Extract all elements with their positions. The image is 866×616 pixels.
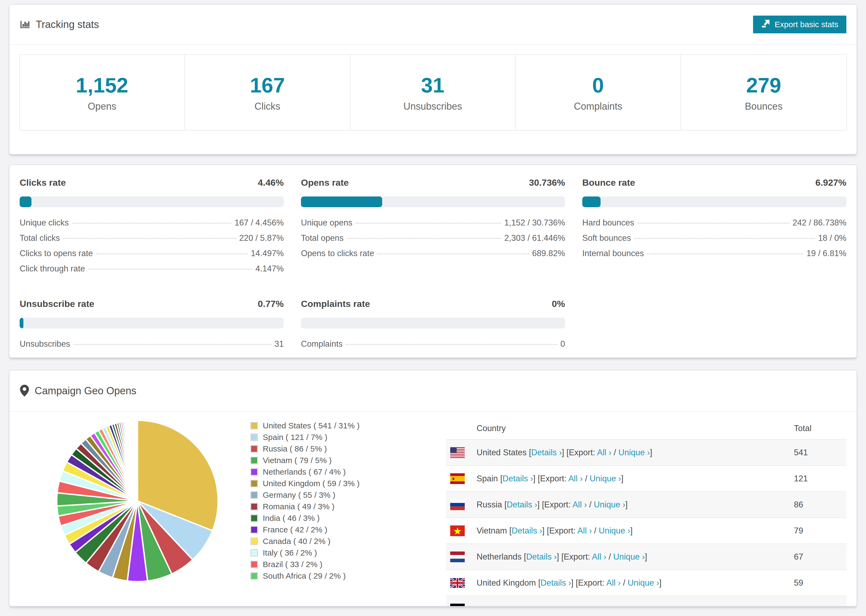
export-unique-link[interactable]: Unique › — [628, 578, 659, 588]
stat-row: Complaints 0 — [301, 339, 565, 355]
details-link[interactable]: Details › — [531, 448, 562, 457]
country-flag-us — [450, 447, 465, 458]
export-basic-stats-button[interactable]: Export basic stats — [753, 16, 846, 33]
details-link[interactable]: Details › — [526, 552, 557, 561]
export-unique-link[interactable]: Unique › — [599, 526, 630, 535]
export-unique-link[interactable]: Unique › — [589, 474, 621, 483]
row-label: Total clicks — [20, 233, 60, 243]
row-total: 67 — [794, 552, 847, 562]
geo-legend: United States ( 541 / 31% ) Spain ( 121 … — [250, 418, 390, 607]
legend-item: Canada ( 40 / 2% ) — [250, 535, 390, 547]
details-link[interactable]: Details › — [503, 474, 533, 483]
progress-bar — [20, 196, 284, 207]
rate-value: 0.77% — [258, 299, 284, 309]
geo-opens-header: Campaign Geo Opens — [9, 370, 857, 412]
legend-item: United States ( 541 / 31% ) — [250, 420, 390, 431]
export-all-link[interactable]: All › — [578, 526, 592, 535]
row-value: 220 / 5.87% — [239, 233, 284, 243]
legend-item: Russia ( 86 / 5% ) — [250, 443, 390, 454]
legend-swatch — [250, 480, 258, 487]
stat-row: Total clicks 220 / 5.87% — [20, 233, 284, 248]
table-row-partial — [446, 596, 847, 607]
page-title: Tracking stats — [20, 19, 99, 30]
export-unique-link[interactable]: Unique › — [613, 552, 645, 561]
map-pin-icon — [20, 385, 29, 397]
tracking-stats-header: Tracking stats Export basic stats — [9, 5, 857, 45]
row-label: Opens to clicks rate — [301, 248, 374, 258]
legend-swatch — [250, 572, 258, 580]
progress-bar — [301, 318, 565, 328]
stat-row: Unique opens 1,152 / 30.736% — [301, 218, 565, 233]
rate-value: 6.927% — [816, 178, 846, 188]
legend-label: United Kingdom ( 59 / 3% ) — [263, 479, 360, 488]
geo-opens-card: Campaign Geo Opens United States ( 541 /… — [9, 370, 857, 607]
stat-label: Unsubscribes — [403, 101, 462, 112]
row-value: 14.497% — [251, 248, 284, 258]
row-value: 31 — [275, 339, 284, 349]
legend-label: Brazil ( 33 / 2% ) — [263, 560, 323, 569]
progress-fill — [301, 196, 382, 207]
legend-swatch — [250, 468, 258, 476]
progress-bar — [301, 196, 565, 207]
legend-label: France ( 42 / 2% ) — [263, 525, 327, 534]
legend-label: India ( 46 / 3% ) — [263, 514, 320, 523]
summary-stat-cell: 279 Bounces — [681, 55, 846, 130]
geo-title: Campaign Geo Opens — [20, 385, 136, 397]
export-all-link[interactable]: All › — [568, 474, 583, 483]
details-link[interactable]: Details › — [540, 578, 571, 588]
progress-bar — [20, 318, 284, 328]
legend-swatch — [250, 491, 258, 499]
stat-row: Internal bounces 19 / 6.81% — [582, 248, 846, 264]
page-title-text: Tracking stats — [36, 19, 99, 30]
legend-swatch — [250, 561, 258, 568]
rate-card: Clicks rate 4.46% Unique clicks 167 / 4.… — [20, 178, 284, 279]
row-label: Unique opens — [301, 218, 352, 228]
dotted-leader — [638, 223, 789, 224]
rate-value: 0% — [552, 299, 565, 309]
row-label: Total opens — [301, 233, 344, 243]
export-all-link[interactable]: All › — [597, 448, 611, 457]
legend-swatch — [250, 445, 258, 453]
row-label: Unique clicks — [20, 218, 69, 228]
country-flag-nl — [450, 552, 465, 562]
legend-label: Canada ( 40 / 2% ) — [263, 537, 331, 546]
row-value: 4.147% — [255, 264, 284, 273]
stat-row: Click through rate 4.147% — [20, 264, 284, 279]
table-row: United Kingdom [Details ›] [Export: All … — [446, 569, 847, 596]
legend-swatch — [250, 422, 258, 429]
dotted-leader — [73, 344, 271, 345]
bar-chart-icon — [20, 19, 30, 30]
row-label: Soft bounces — [582, 233, 631, 243]
details-link[interactable]: Details › — [512, 526, 542, 535]
export-unique-link[interactable]: Unique › — [594, 500, 625, 509]
progress-fill — [20, 318, 24, 328]
details-link[interactable]: Details › — [507, 500, 537, 509]
stat-value: 0 — [592, 73, 604, 97]
country-flag-vn — [450, 525, 465, 536]
dotted-leader — [377, 253, 529, 254]
row-label: Hard bounces — [582, 218, 634, 228]
country-name: Netherlands — [477, 552, 524, 561]
rate-card: Complaints rate 0% Complaints 0 — [301, 299, 565, 355]
stat-label: Opens — [88, 101, 116, 112]
legend-swatch — [250, 537, 258, 545]
legend-label: Italy ( 36 / 2% ) — [263, 548, 317, 558]
legend-label: Netherlands ( 67 / 4% ) — [263, 467, 346, 476]
rates-card: Clicks rate 4.46% Unique clicks 167 / 4.… — [9, 165, 857, 358]
legend-item: Spain ( 121 / 7% ) — [250, 431, 390, 443]
country-flag-gb — [450, 578, 465, 588]
stat-label: Complaints — [574, 101, 622, 112]
export-unique-link[interactable]: Unique › — [618, 448, 650, 457]
country-name: Russia — [477, 500, 504, 509]
export-all-link[interactable]: All › — [606, 578, 620, 588]
dotted-leader — [96, 253, 247, 254]
export-all-link[interactable]: All › — [592, 552, 606, 561]
export-all-link[interactable]: All › — [573, 500, 587, 509]
row-label: Unsubscribes — [20, 339, 70, 349]
legend-label: Vietnam ( 79 / 5% ) — [263, 456, 332, 465]
dotted-leader — [647, 253, 803, 254]
rate-value: 30.736% — [529, 178, 565, 188]
dotted-leader — [347, 238, 501, 239]
stat-label: Clicks — [254, 101, 280, 112]
row-value: 689.82% — [532, 248, 565, 258]
